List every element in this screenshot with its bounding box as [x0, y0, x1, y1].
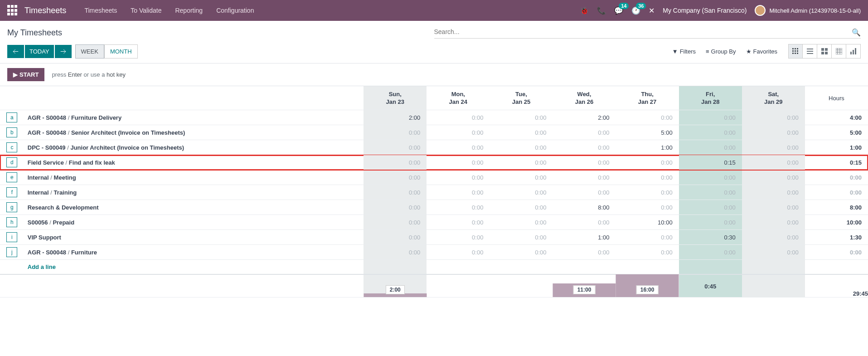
time-cell[interactable]: 0:00 — [490, 110, 553, 125]
time-cell[interactable]: 0:00 — [364, 170, 427, 185]
time-cell[interactable]: 0:00 — [364, 245, 427, 260]
time-cell[interactable]: 1:00 — [553, 230, 616, 245]
time-cell[interactable]: 0:00 — [616, 200, 679, 215]
time-cell[interactable]: 2:00 — [553, 110, 616, 125]
time-cell[interactable]: 0:00 — [427, 125, 490, 140]
row-name[interactable]: AGR - S00048 / Furniture Delivery — [24, 110, 364, 125]
row-name[interactable]: AGR - S00048 / Senior Architect (Invoice… — [24, 125, 364, 140]
brand[interactable]: Timesheets — [24, 6, 66, 15]
time-cell[interactable]: 0:00 — [616, 185, 679, 200]
row-hotkey[interactable]: j — [6, 247, 17, 257]
row-hotkey[interactable]: f — [6, 187, 17, 197]
time-cell[interactable]: 0:00 — [742, 125, 805, 140]
time-cell[interactable]: 0:00 — [679, 245, 742, 260]
row-name[interactable]: Internal / Training — [24, 185, 364, 200]
next-button[interactable]: 🡢 — [55, 45, 72, 58]
search-icon[interactable]: 🔍 — [852, 28, 861, 37]
time-cell[interactable]: 0:00 — [679, 170, 742, 185]
time-cell[interactable]: 0:00 — [427, 230, 490, 245]
time-cell[interactable]: 0:00 — [679, 125, 742, 140]
menu-timesheets[interactable]: Timesheets — [84, 7, 117, 14]
time-cell[interactable]: 0:00 — [742, 110, 805, 125]
time-cell[interactable]: 0:00 — [742, 155, 805, 170]
time-cell[interactable]: 0:00 — [616, 110, 679, 125]
time-cell[interactable]: 0:00 — [679, 215, 742, 230]
time-cell[interactable]: 0:00 — [742, 200, 805, 215]
view-kanban[interactable] — [817, 44, 832, 59]
time-cell[interactable]: 0:00 — [364, 215, 427, 230]
time-cell[interactable]: 1:00 — [616, 140, 679, 155]
start-button[interactable]: ▶START — [7, 68, 44, 81]
row-hotkey[interactable]: h — [6, 217, 17, 227]
row-hotkey[interactable]: g — [6, 202, 17, 212]
time-cell[interactable]: 0:00 — [427, 170, 490, 185]
time-cell[interactable]: 0:00 — [742, 215, 805, 230]
time-cell[interactable]: 0:00 — [490, 245, 553, 260]
time-cell[interactable]: 0:00 — [364, 200, 427, 215]
scale-month[interactable]: MONTH — [104, 44, 138, 59]
time-cell[interactable]: 5:00 — [616, 125, 679, 140]
time-cell[interactable]: 0:00 — [742, 230, 805, 245]
row-name[interactable]: DPC - S00049 / Junior Architect (Invoice… — [24, 140, 364, 155]
time-cell[interactable]: 0:00 — [364, 185, 427, 200]
time-cell[interactable]: 0:00 — [490, 230, 553, 245]
view-grid[interactable] — [788, 44, 803, 59]
time-cell[interactable]: 0:00 — [490, 200, 553, 215]
time-cell[interactable]: 0:00 — [679, 110, 742, 125]
time-cell[interactable]: 0:00 — [427, 140, 490, 155]
time-cell[interactable]: 0:00 — [553, 155, 616, 170]
time-cell[interactable]: 0:00 — [553, 125, 616, 140]
time-cell[interactable]: 0:00 — [616, 170, 679, 185]
row-name[interactable]: Research & Development — [24, 200, 364, 215]
row-hotkey[interactable]: d — [6, 157, 17, 167]
filters-button[interactable]: ▼Filters — [672, 48, 696, 55]
view-pivot[interactable] — [832, 44, 846, 59]
groupby-button[interactable]: ≡Group By — [706, 48, 736, 55]
time-cell[interactable]: 10:00 — [616, 215, 679, 230]
time-cell[interactable]: 0:00 — [553, 170, 616, 185]
row-hotkey[interactable]: i — [6, 232, 17, 242]
time-cell[interactable]: 0:00 — [427, 155, 490, 170]
time-cell[interactable]: 0:00 — [490, 155, 553, 170]
row-hotkey[interactable]: a — [6, 112, 17, 122]
time-cell[interactable]: 0:00 — [427, 200, 490, 215]
time-cell[interactable]: 0:00 — [742, 170, 805, 185]
time-cell[interactable]: 0:00 — [616, 230, 679, 245]
add-line[interactable]: Add a line — [24, 260, 364, 275]
time-cell[interactable]: 0:00 — [679, 200, 742, 215]
time-cell[interactable]: 0:00 — [742, 185, 805, 200]
search-input[interactable] — [434, 25, 861, 38]
time-cell[interactable]: 0:00 — [427, 110, 490, 125]
row-name[interactable]: Internal / Meeting — [24, 170, 364, 185]
activities-icon[interactable]: 🕐36 — [631, 6, 640, 15]
time-cell[interactable]: 0:15 — [679, 155, 742, 170]
time-cell[interactable]: 0:00 — [553, 185, 616, 200]
time-cell[interactable]: 2:00 — [364, 110, 427, 125]
row-name[interactable]: Field Service / Find and fix leak — [24, 155, 364, 170]
time-cell[interactable]: 0:00 — [553, 215, 616, 230]
messaging-icon[interactable]: 💬14 — [614, 6, 623, 15]
view-graph[interactable] — [846, 44, 861, 59]
row-hotkey[interactable]: b — [6, 127, 17, 137]
wrench-icon[interactable]: ✕ — [649, 6, 655, 15]
prev-button[interactable]: 🡠 — [7, 45, 24, 58]
row-name[interactable]: VIP Support — [24, 230, 364, 245]
scale-week[interactable]: WEEK — [75, 44, 104, 59]
time-cell[interactable]: 0:00 — [364, 140, 427, 155]
row-hotkey[interactable]: e — [6, 172, 17, 182]
time-cell[interactable]: 0:00 — [364, 125, 427, 140]
time-cell[interactable]: 0:00 — [553, 140, 616, 155]
time-cell[interactable]: 0:00 — [490, 185, 553, 200]
time-cell[interactable]: 0:00 — [742, 140, 805, 155]
time-cell[interactable]: 0:00 — [364, 155, 427, 170]
row-hotkey[interactable]: c — [6, 142, 17, 152]
view-list[interactable] — [803, 44, 817, 59]
company-switcher[interactable]: My Company (San Francisco) — [663, 7, 747, 14]
favorites-button[interactable]: ★Favorites — [746, 48, 777, 55]
time-cell[interactable]: 0:00 — [427, 215, 490, 230]
time-cell[interactable]: 0:00 — [490, 125, 553, 140]
today-button[interactable]: TODAY — [25, 45, 54, 58]
time-cell[interactable]: 0:00 — [427, 185, 490, 200]
time-cell[interactable]: 0:00 — [553, 245, 616, 260]
time-cell[interactable]: 0:00 — [490, 140, 553, 155]
